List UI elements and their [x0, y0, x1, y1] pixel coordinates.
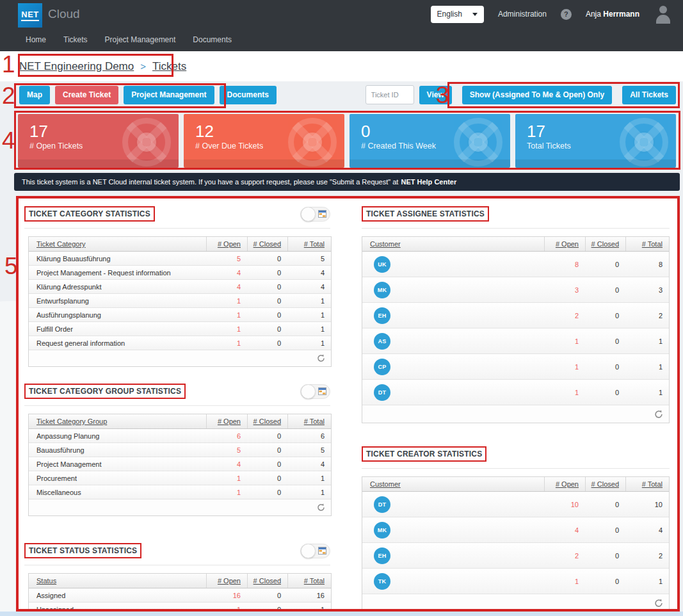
total-count: 1	[287, 471, 331, 485]
column-header-total[interactable]: # Total	[625, 477, 669, 491]
table-row[interactable]: Project Management 4 0 4	[29, 457, 331, 471]
column-header-open[interactable]: # Open	[544, 237, 585, 251]
column-header-group[interactable]: Ticket Category Group	[29, 414, 206, 428]
breadcrumb-project-link[interactable]: NET Engineering Demo	[19, 60, 134, 73]
panel-divider	[24, 565, 330, 565]
nav-documents[interactable]: Documents	[193, 35, 232, 44]
closed-count: 0	[247, 457, 287, 471]
language-select[interactable]: English	[431, 6, 484, 23]
table-row[interactable]: Procurement 1 0 1	[29, 471, 331, 485]
total-count: 1	[287, 485, 331, 499]
column-header-status[interactable]: Status	[29, 574, 206, 588]
view-toggle[interactable]	[300, 207, 330, 222]
toggle-knob	[301, 384, 316, 399]
overdue-tickets-card[interactable]: 12 # Over Due Tickets	[184, 114, 344, 168]
refresh-icon[interactable]	[317, 503, 325, 512]
closed-count: 0	[585, 492, 625, 517]
open-count: 1	[206, 294, 247, 307]
column-header-customer[interactable]: Customer	[362, 237, 544, 251]
nav-project-management[interactable]: Project Management	[105, 35, 176, 44]
horizontal-scrollbar[interactable]	[0, 612, 683, 616]
app-window: NET Cloud English Administration ? Anja …	[0, 0, 683, 616]
closed-count: 0	[247, 280, 287, 293]
total-count: 16	[287, 588, 331, 602]
administration-link[interactable]: Administration	[498, 10, 547, 19]
ticket-lookup-group: View Show (Assigned To Me & Open) Only A…	[366, 85, 676, 104]
column-header-closed[interactable]: # Closed	[247, 237, 287, 251]
customer-avatar: CP	[374, 359, 390, 375]
ticket-id-input[interactable]	[366, 85, 414, 104]
column-header-category[interactable]: Ticket Category	[29, 237, 206, 251]
documents-button[interactable]: Documents	[220, 86, 277, 104]
refresh-icon[interactable]	[317, 354, 325, 362]
map-button[interactable]: Map	[19, 86, 50, 104]
table-row[interactable]: Fulfill Order 1 0 1	[29, 322, 331, 336]
column-header-closed[interactable]: # Closed	[585, 477, 625, 491]
table-row[interactable]: Klärung Adresspunkt 4 0 4	[29, 280, 331, 294]
table-row[interactable]: EH 2 0 2	[362, 543, 669, 569]
column-header-closed[interactable]: # Closed	[585, 237, 625, 251]
open-count: 1	[544, 354, 585, 379]
create-ticket-button[interactable]: Create Ticket	[55, 86, 118, 104]
column-header-total[interactable]: # Total	[625, 237, 669, 251]
column-header-total[interactable]: # Total	[287, 414, 331, 428]
table-row[interactable]: EH 2 0 2	[362, 303, 669, 328]
table-footer	[362, 594, 669, 612]
total-count: 2	[625, 303, 669, 328]
table-row[interactable]: MK 4 0 4	[362, 517, 669, 543]
closed-count: 0	[585, 252, 625, 277]
all-tickets-button[interactable]: All Tickets	[622, 86, 676, 104]
column-header-open[interactable]: # Open	[206, 237, 247, 251]
table-row[interactable]: UK 8 0 8	[362, 252, 669, 277]
table-row[interactable]: Klärung Bauausführung 5 0 5	[29, 252, 331, 266]
table-row[interactable]: DT 10 0 10	[362, 492, 669, 517]
table-row[interactable]: AS 1 0 1	[362, 328, 669, 354]
breadcrumb-current-link[interactable]: Tickets	[152, 60, 186, 73]
show-assigned-open-button[interactable]: Show (Assigned To Me & Open) Only	[462, 86, 612, 104]
refresh-icon[interactable]	[654, 410, 663, 419]
table-row[interactable]: Assigned 16 0 16	[29, 588, 331, 603]
notice-bold-text: NET Help Center	[401, 178, 456, 186]
table-row[interactable]: TK 1 0 1	[362, 569, 669, 594]
help-icon[interactable]: ?	[561, 9, 572, 20]
table-header-row: Ticket Category # Open # Closed # Total	[29, 237, 331, 252]
column-header-open[interactable]: # Open	[544, 477, 585, 491]
open-tickets-card[interactable]: 17 # Open Tickets	[18, 114, 179, 168]
user-avatar-icon[interactable]	[654, 4, 673, 24]
refresh-icon[interactable]	[654, 599, 663, 608]
user-name[interactable]: Anja Herrmann	[586, 10, 639, 19]
table-row[interactable]: Ausführungsplanung 1 0 1	[29, 308, 331, 322]
project-management-button[interactable]: Project Management	[124, 86, 214, 104]
net-logo[interactable]: NET	[18, 3, 42, 28]
table-row[interactable]: Request general information 1 0 1	[29, 336, 331, 350]
group-cell: Procurement	[29, 471, 206, 485]
column-header-open[interactable]: # Open	[206, 574, 247, 588]
ticket-assignee-panel-title: TICKET ASSIGNEE STATISTICS	[362, 206, 489, 222]
dashboard-content: TICKET CATEGORY STATISTICS Ticket Catego…	[18, 196, 679, 616]
nav-tickets[interactable]: Tickets	[63, 35, 88, 44]
table-row[interactable]: MK 3 0 3	[362, 277, 669, 303]
view-button[interactable]: View	[419, 86, 452, 104]
total-count: 4	[287, 280, 331, 293]
column-header-total[interactable]: # Total	[287, 237, 331, 251]
view-toggle[interactable]	[300, 384, 330, 399]
closed-count: 0	[585, 303, 625, 328]
table-row[interactable]: CP 1 0 1	[362, 354, 669, 380]
table-row[interactable]: Miscellaneous 1 0 1	[29, 485, 331, 499]
column-header-closed[interactable]: # Closed	[247, 414, 287, 428]
nav-home[interactable]: Home	[26, 35, 46, 44]
table-row[interactable]: Anpassung Planung 6 0 6	[29, 429, 331, 443]
table-row[interactable]: Bauausführung 5 0 5	[29, 443, 331, 457]
table-row[interactable]: Project Management - Request information…	[29, 266, 331, 280]
toggle-knob	[301, 544, 316, 558]
column-header-customer[interactable]: Customer	[362, 477, 544, 491]
ticket-creator-table: Customer # Open # Closed # Total DT 10 0…	[362, 476, 670, 612]
created-this-week-card[interactable]: 0 # Created This Week	[350, 114, 510, 168]
view-toggle[interactable]	[300, 544, 330, 558]
total-tickets-card[interactable]: 17 Total Tickets	[515, 114, 676, 168]
column-header-open[interactable]: # Open	[206, 414, 247, 428]
column-header-total[interactable]: # Total	[287, 574, 331, 588]
table-row[interactable]: Entwurfsplanung 1 0 1	[29, 294, 331, 308]
column-header-closed[interactable]: # Closed	[247, 574, 287, 588]
table-row[interactable]: DT 1 0 1	[362, 380, 669, 405]
